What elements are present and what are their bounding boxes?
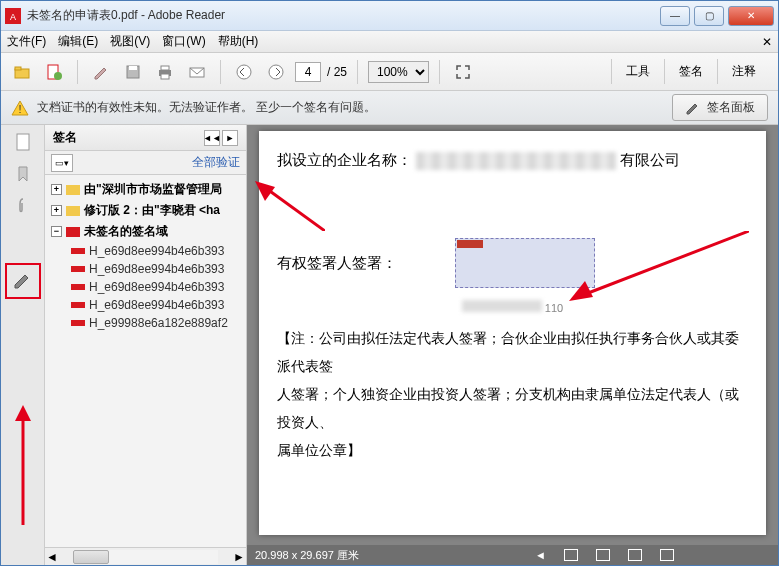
open-file-button[interactable] <box>9 59 35 85</box>
body: 签名 ◄◄ ► ▭▾ 全部验证 +由"深圳市市场监督管理局 +修订版 2：由"李… <box>1 125 778 565</box>
thumbnails-icon[interactable] <box>12 131 34 153</box>
window-buttons: — ▢ ✕ <box>656 6 774 26</box>
nav-strip <box>1 125 45 565</box>
signature-unsigned-icon <box>66 227 80 237</box>
menu-help[interactable]: 帮助(H) <box>218 33 259 50</box>
app-window: A 未签名的申请表0.pdf - Adobe Reader — ▢ ✕ 文件(F… <box>0 0 779 566</box>
signature-field[interactable] <box>455 238 595 288</box>
tools-button[interactable]: 工具 <box>611 59 664 84</box>
svg-rect-17 <box>66 185 80 195</box>
sidepanel-scrollbar[interactable]: ◄ ► <box>45 547 246 565</box>
menu-bar: 文件(F) 编辑(E) 视图(V) 窗口(W) 帮助(H) ✕ <box>1 31 778 53</box>
signatures-panel: 签名 ◄◄ ► ▭▾ 全部验证 +由"深圳市市场监督管理局 +修订版 2：由"李… <box>45 125 247 565</box>
field-icon <box>71 264 85 274</box>
prev-arrow-icon[interactable]: ◄ <box>535 549 546 561</box>
svg-rect-22 <box>71 284 85 290</box>
status-bar: 20.998 x 29.697 厘米 ◄ <box>247 545 778 565</box>
sidepanel-title: 签名 <box>53 129 77 146</box>
menu-file[interactable]: 文件(F) <box>7 33 46 50</box>
menu-edit[interactable]: 编辑(E) <box>58 33 98 50</box>
save-button[interactable] <box>120 59 146 85</box>
edit-button[interactable] <box>88 59 114 85</box>
create-pdf-button[interactable] <box>41 59 67 85</box>
svg-point-13 <box>269 65 283 79</box>
view-mode-icon[interactable] <box>564 549 578 561</box>
tree-field[interactable]: H_e69d8ee994b4e6b393 <box>47 278 244 296</box>
svg-rect-7 <box>129 66 137 70</box>
signature-tree: +由"深圳市市场监督管理局 +修订版 2：由"李晓君 <ha −未签名的签名域 … <box>45 175 246 547</box>
svg-rect-18 <box>66 206 80 216</box>
toolbar-separator <box>77 60 78 84</box>
expand-icon[interactable]: + <box>51 184 62 195</box>
sidepanel-toolbar: ▭▾ 全部验证 <box>45 151 246 175</box>
svg-text:!: ! <box>18 103 21 115</box>
expand-icon[interactable]: + <box>51 205 62 216</box>
verify-all-link[interactable]: 全部验证 <box>192 154 240 171</box>
tree-field[interactable]: H_e69d8ee994b4e6b393 <box>47 242 244 260</box>
pen-icon <box>685 101 701 115</box>
pdf-icon: A <box>5 8 21 24</box>
svg-rect-3 <box>15 67 21 70</box>
fit-button[interactable] <box>450 59 476 85</box>
next-page-button[interactable] <box>263 59 289 85</box>
toolbar-separator <box>439 60 440 84</box>
prev-page-button[interactable] <box>231 59 257 85</box>
svg-rect-15 <box>17 134 29 150</box>
options-dropdown[interactable]: ▭▾ <box>51 154 73 172</box>
tree-field[interactable]: H_e69d8ee994b4e6b393 <box>47 260 244 278</box>
page-number-input[interactable] <box>295 62 321 82</box>
svg-point-12 <box>237 65 251 79</box>
document-area: 拟设立的企业名称： 有限公司 有权签署人签署： 44050013 110110 … <box>247 125 778 565</box>
view-mode-icon[interactable] <box>660 549 674 561</box>
svg-rect-10 <box>161 74 169 79</box>
sign-button[interactable]: 签名 <box>664 59 717 84</box>
pdf-page[interactable]: 拟设立的企业名称： 有限公司 有权签署人签署： 44050013 110110 … <box>259 131 766 535</box>
tree-field[interactable]: H_e69d8ee994b4e6b393 <box>47 296 244 314</box>
minimize-button[interactable]: — <box>660 6 690 26</box>
tree-item[interactable]: −未签名的签名域 <box>47 221 244 242</box>
svg-rect-21 <box>71 266 85 272</box>
svg-rect-20 <box>71 248 85 254</box>
field-icon <box>71 300 85 310</box>
title-bar: A 未签名的申请表0.pdf - Adobe Reader — ▢ ✕ <box>1 1 778 31</box>
toolbar: / 25 100% 工具 签名 注释 <box>1 53 778 91</box>
signature-nav-icon[interactable] <box>5 263 41 299</box>
attachments-icon[interactable] <box>12 195 34 217</box>
print-button[interactable] <box>152 59 178 85</box>
scroll-thumb[interactable] <box>73 550 109 564</box>
prev-sig-button[interactable]: ◄◄ <box>204 130 220 146</box>
collapse-icon[interactable]: − <box>51 226 62 237</box>
window-title: 未签名的申请表0.pdf - Adobe Reader <box>27 7 656 24</box>
view-mode-icon[interactable] <box>628 549 642 561</box>
warning-icon: ! <box>11 99 29 117</box>
svg-text:A: A <box>10 12 16 22</box>
tree-item[interactable]: +由"深圳市市场监督管理局 <box>47 179 244 200</box>
view-mode-icon[interactable] <box>596 549 610 561</box>
bookmarks-icon[interactable] <box>12 163 34 185</box>
field-icon <box>71 318 85 328</box>
toolbar-separator <box>220 60 221 84</box>
panel-close-icon[interactable]: ✕ <box>762 35 772 49</box>
zoom-select[interactable]: 100% <box>368 61 429 83</box>
svg-rect-19 <box>66 227 80 237</box>
menu-window[interactable]: 窗口(W) <box>162 33 205 50</box>
mail-button[interactable] <box>184 59 210 85</box>
redacted-text <box>416 152 616 170</box>
svg-rect-23 <box>71 302 85 308</box>
svg-point-5 <box>54 72 62 80</box>
maximize-button[interactable]: ▢ <box>694 6 724 26</box>
close-button[interactable]: ✕ <box>728 6 774 26</box>
page-total-label: / 25 <box>327 65 347 79</box>
signature-valid-icon <box>66 206 80 216</box>
tree-item[interactable]: +修订版 2：由"李晓君 <ha <box>47 200 244 221</box>
toolbar-separator <box>357 60 358 84</box>
next-sig-button[interactable]: ► <box>222 130 238 146</box>
warning-text: 文档证书的有效性未知。无法验证作者。 至少一个签名有问题。 <box>37 99 376 116</box>
field-icon <box>71 282 85 292</box>
svg-rect-9 <box>161 66 169 70</box>
menu-view[interactable]: 视图(V) <box>110 33 150 50</box>
tree-field[interactable]: H_e99988e6a182e889af2 <box>47 314 244 332</box>
comment-button[interactable]: 注释 <box>717 59 770 84</box>
signer-line: 有权签署人签署： <box>277 238 748 288</box>
signature-panel-button[interactable]: 签名面板 <box>672 94 768 121</box>
